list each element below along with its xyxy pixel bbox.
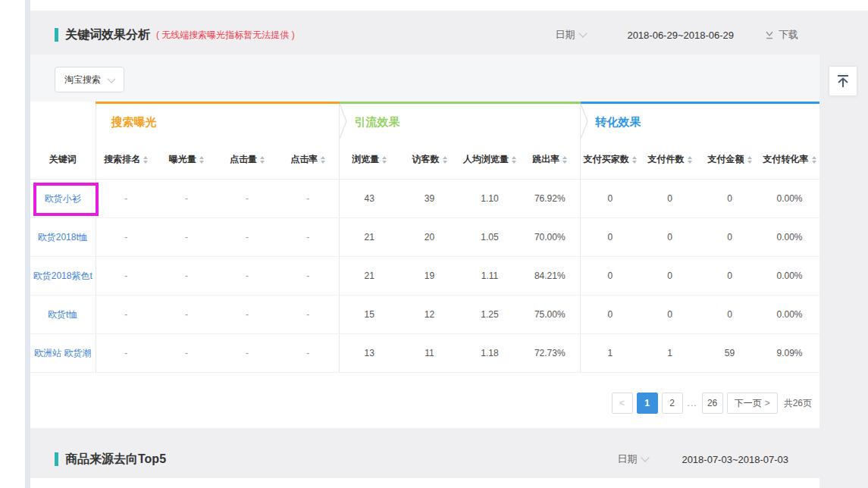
- download-button[interactable]: 下载: [764, 28, 798, 42]
- cell: 0.00%: [760, 257, 819, 296]
- col-header-label: 支付转化率: [763, 154, 809, 164]
- col-header-label: 跳出率: [532, 154, 559, 164]
- keyword-link[interactable]: 欧货2018紫色t: [33, 271, 92, 281]
- cell: 76.92%: [520, 180, 580, 218]
- col-header-label: 浏览量: [352, 154, 379, 164]
- col-header[interactable]: 点击量: [217, 140, 277, 180]
- col-header-label: 点击率: [290, 154, 318, 164]
- channel-select[interactable]: 淘宝搜索: [55, 67, 124, 92]
- pagination: < 1 2 ... 26 下一页 > 共26页: [30, 393, 819, 414]
- date-range-value: 2018-07-03~2018-07-03: [682, 454, 788, 465]
- sort-icon: [443, 156, 447, 164]
- col-header-label: 支付买家数: [584, 154, 629, 164]
- cell: 0: [700, 180, 760, 218]
- date-filter[interactable]: 日期: [617, 452, 648, 466]
- col-header[interactable]: 浏览量: [339, 140, 400, 180]
- sort-icon: [747, 156, 752, 164]
- keyword-link[interactable]: 欧货t恤: [48, 309, 77, 320]
- cell: 0.00%: [760, 218, 819, 257]
- group-label: 转化效果: [596, 115, 641, 128]
- cell: 1.18: [459, 334, 520, 373]
- sort-icon: [812, 156, 816, 164]
- back-to-top-button[interactable]: [829, 66, 857, 96]
- cell: 0: [580, 218, 640, 257]
- next-page-label: 下一页: [735, 397, 762, 410]
- col-header[interactable]: 人均浏览量: [459, 140, 520, 180]
- col-header[interactable]: 点击率: [277, 140, 339, 180]
- cell: -: [156, 334, 217, 373]
- cell: 0: [700, 296, 760, 334]
- cell: 0: [700, 218, 760, 257]
- cell: -: [217, 218, 277, 257]
- previous-card-bottom: [30, 0, 868, 11]
- col-header[interactable]: 支付转化率: [760, 140, 819, 180]
- cell: 1.11: [459, 257, 520, 296]
- date-range-value: 2018-06-29~2018-06-29: [627, 30, 734, 41]
- table-row: 欧货2018紫色t----21191.1184.21%0000.00%: [30, 257, 819, 296]
- col-header[interactable]: 跳出率: [520, 140, 580, 180]
- group-header-3: 转化效果: [580, 103, 819, 141]
- keyword-link[interactable]: 欧货小衫: [45, 193, 81, 204]
- section-title: 关键词效果分析: [65, 27, 150, 43]
- col-header[interactable]: 访客数: [400, 140, 459, 180]
- cell: 0: [640, 218, 700, 257]
- col-header[interactable]: 支付买家数: [580, 140, 640, 180]
- keyword-link[interactable]: 欧洲站 欧货潮: [34, 348, 91, 358]
- cell: 12: [400, 296, 459, 334]
- cell: 20: [400, 218, 459, 257]
- col-header[interactable]: 搜索排名: [96, 140, 156, 180]
- col-header-label: 支付件数: [648, 154, 685, 164]
- cell: -: [96, 334, 156, 373]
- page-button-2[interactable]: 2: [662, 393, 683, 414]
- col-header-label: 点击量: [230, 154, 257, 164]
- group-header-spacer: [30, 103, 96, 141]
- cell: -: [277, 296, 339, 334]
- col-header-label: 曝光量: [169, 154, 196, 164]
- group-label: 引流效果: [355, 115, 400, 128]
- cell: -: [156, 296, 217, 334]
- date-filter-label: 日期: [617, 452, 637, 466]
- cell: -: [217, 257, 277, 296]
- pagination-ellipsis: ...: [688, 398, 697, 408]
- sort-icon: [321, 156, 325, 164]
- cell: 9.09%: [760, 334, 819, 373]
- cell: 0: [580, 257, 640, 296]
- section-title: 商品来源去向Top5: [65, 452, 166, 468]
- section-controls: 日期 2018-06-29~2018-06-29 下载: [555, 28, 819, 42]
- date-filter[interactable]: 日期: [555, 28, 586, 42]
- cell: -: [156, 257, 217, 296]
- col-header[interactable]: 支付金额: [700, 140, 760, 180]
- page-button-1[interactable]: 1: [637, 393, 658, 414]
- cell: -: [277, 257, 339, 296]
- back-to-top-icon: [834, 72, 852, 90]
- col-header[interactable]: 支付件数: [640, 140, 700, 180]
- sort-icon: [382, 156, 387, 164]
- cell: 1.25: [459, 296, 520, 334]
- cell: -: [277, 334, 339, 373]
- next-page-button[interactable]: 下一页 >: [727, 393, 778, 414]
- cell: 84.21%: [520, 257, 580, 296]
- chevron-down-icon: [641, 453, 650, 461]
- group-header-2: 引流效果: [339, 103, 580, 141]
- col-header-label: 搜索排名: [104, 154, 140, 164]
- cell: 1: [580, 334, 640, 373]
- cell: 21: [339, 218, 400, 257]
- prev-page-button[interactable]: <: [612, 393, 633, 414]
- cell: -: [217, 334, 277, 373]
- download-icon: [764, 30, 775, 40]
- cell: -: [277, 180, 339, 218]
- left-divider: [25, 0, 30, 488]
- date-filter-label: 日期: [555, 28, 575, 42]
- sort-icon: [688, 156, 692, 164]
- section-controls: 日期 2018-07-03~2018-07-03: [617, 452, 819, 466]
- cell: -: [156, 218, 217, 257]
- channel-select-value: 淘宝搜索: [64, 74, 101, 86]
- item-source-card: [30, 478, 819, 488]
- sort-icon: [143, 156, 148, 164]
- page-button-26[interactable]: 26: [702, 393, 723, 414]
- keyword-column-header: 关键词: [30, 140, 96, 180]
- keyword-link[interactable]: 欧货2018t恤: [38, 232, 88, 242]
- cell: 0.00%: [760, 296, 819, 334]
- col-header[interactable]: 曝光量: [156, 140, 217, 180]
- cell: 21: [339, 257, 400, 296]
